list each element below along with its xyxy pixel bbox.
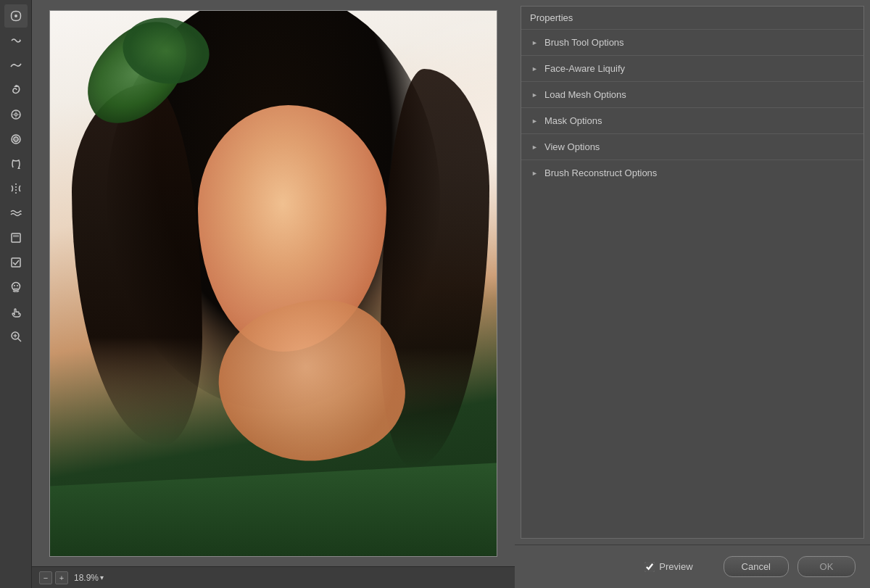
section-label-face-aware: Face-Aware Liquify [544, 63, 853, 74]
svg-rect-9 [12, 233, 20, 242]
svg-marker-7 [17, 167, 20, 169]
tool-reconstruct[interactable] [4, 29, 28, 52]
tool-hand[interactable] [4, 300, 28, 323]
section-label-brush-tool: Brush Tool Options [544, 37, 853, 48]
tool-bloat[interactable] [4, 128, 28, 151]
zoom-plus-button[interactable]: + [55, 571, 68, 584]
bottom-bar: Preview Cancel OK [515, 544, 870, 588]
zoom-dropdown-arrow[interactable]: ▾ [100, 573, 104, 581]
svg-line-16 [18, 339, 21, 341]
section-mask-options[interactable]: ► Mask Options [521, 108, 863, 134]
tool-mirror[interactable] [4, 177, 28, 200]
section-arrow-load-mesh: ► [531, 91, 539, 99]
section-face-aware[interactable]: ► Face-Aware Liquify [521, 56, 863, 82]
zoom-text: 18.9% [74, 573, 99, 583]
section-label-load-mesh: Load Mesh Options [544, 89, 853, 100]
tool-thaw-mask[interactable] [4, 251, 28, 274]
section-arrow-mask-options: ► [531, 117, 539, 125]
tool-pucker[interactable] [4, 103, 28, 126]
section-label-mask-options: Mask Options [544, 115, 853, 126]
zoom-controls: − + [39, 571, 68, 584]
right-panel: Properties ► Brush Tool Options ► Face-A… [515, 0, 870, 588]
preview-checkbox[interactable] [645, 562, 655, 572]
preview-label: Preview [659, 561, 692, 572]
section-arrow-brush-reconstruct: ► [531, 170, 539, 177]
tool-smooth[interactable] [4, 54, 28, 77]
tool-face[interactable] [4, 276, 28, 299]
tool-warp[interactable] [4, 4, 28, 28]
section-arrow-face-aware: ► [531, 65, 539, 73]
svg-point-13 [14, 285, 15, 286]
section-label-brush-reconstruct: Brush Reconstruct Options [544, 167, 853, 178]
preview-checkbox-label[interactable]: Preview [645, 561, 692, 572]
svg-rect-10 [13, 235, 19, 237]
svg-marker-1 [20, 39, 21, 42]
section-brush-reconstruct[interactable]: ► Brush Reconstruct Options [521, 160, 863, 186]
status-bar: − + 18.9% ▾ [32, 566, 515, 588]
section-load-mesh[interactable]: ► Load Mesh Options [521, 82, 863, 108]
left-toolbar [0, 0, 32, 588]
section-arrow-view-options: ► [531, 144, 539, 151]
tool-twirl[interactable] [4, 78, 28, 102]
section-arrow-brush-tool: ► [531, 39, 539, 46]
canvas-area: − + 18.9% ▾ [32, 0, 515, 588]
tool-freeze-mask[interactable] [4, 226, 28, 249]
tool-push-left[interactable] [4, 152, 28, 175]
svg-point-14 [17, 285, 18, 286]
ok-button[interactable]: OK [798, 556, 856, 577]
zoom-value-display[interactable]: 18.9% ▾ [74, 573, 104, 583]
tool-turbulence[interactable] [4, 202, 28, 225]
zoom-minus-button[interactable]: − [39, 571, 52, 584]
svg-point-0 [14, 15, 17, 17]
svg-rect-11 [12, 258, 20, 267]
tool-zoom[interactable] [4, 325, 28, 348]
section-label-view-options: View Options [544, 141, 853, 152]
canvas-image[interactable] [49, 10, 497, 557]
section-brush-tool[interactable]: ► Brush Tool Options [521, 30, 863, 56]
properties-panel: Properties ► Brush Tool Options ► Face-A… [521, 6, 864, 539]
canvas-viewport[interactable] [32, 0, 515, 566]
cancel-button[interactable]: Cancel [724, 556, 789, 577]
properties-header: Properties [521, 7, 863, 30]
section-view-options[interactable]: ► View Options [521, 134, 863, 160]
